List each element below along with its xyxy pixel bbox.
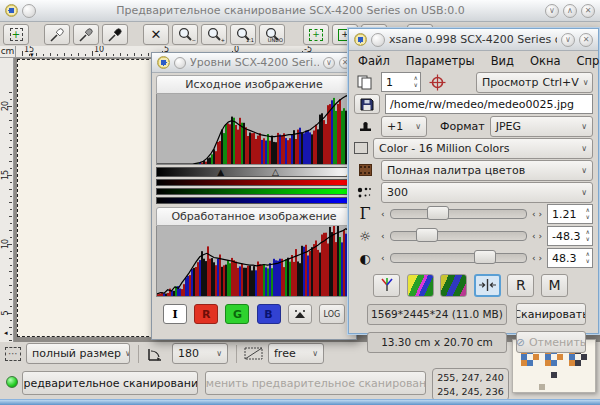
filename-counter-icon	[354, 119, 376, 133]
green-channel-button[interactable]: G	[225, 304, 249, 324]
pixmap-display-button[interactable]	[288, 304, 312, 324]
gray-gradient-slider[interactable]: ▲ △ △	[156, 167, 352, 177]
menu-view[interactable]: Вид	[491, 54, 514, 68]
format-select[interactable]: JPEG∨	[490, 116, 593, 137]
preview-titlebar[interactable]: Предварительное сканирование SCX-4200 Se…	[0, 0, 600, 22]
app-icon	[157, 56, 170, 69]
counter-step-select[interactable]: +1∨	[381, 116, 427, 137]
autoselect-area-icon: +	[309, 29, 323, 41]
slider-thumb[interactable]	[427, 206, 449, 220]
vertical-ruler: 2015105◂	[0, 58, 14, 342]
xsane-titlebar[interactable]: xsane 0.998 SCX-4200 Series o... ∨ ✕	[349, 29, 598, 51]
black-point-marker[interactable]: ▲	[217, 167, 224, 177]
slider-left-arrow-icon[interactable]: ‹	[381, 232, 385, 241]
slider-arrows-icon[interactable]: ‹ ›	[532, 232, 542, 241]
zoom-out-button[interactable]: −	[172, 24, 198, 45]
log-scale-button[interactable]: LOG	[319, 304, 345, 324]
spinner-arrows-icon[interactable]: ∧∨	[412, 75, 420, 88]
zoom-in-button[interactable]: +	[201, 24, 227, 45]
contrast-spinner[interactable]: 48.3 ∧∨	[547, 248, 593, 268]
format-label: Формат	[440, 120, 485, 133]
auto-enhancement-button[interactable]	[407, 274, 434, 297]
slider-left-arrow-icon[interactable]: ‹	[381, 210, 385, 219]
intensity-channel-button[interactable]: I	[163, 304, 187, 324]
menu-preferences[interactable]: Параметры	[406, 54, 475, 68]
pick-black-point-button[interactable]	[102, 24, 128, 45]
filename-input[interactable]: /home/rw/medeo/medeo0025.jpg	[385, 94, 593, 114]
autoselect-area-button[interactable]: +	[303, 24, 329, 45]
colormode-value: Color - 16 Million Colors	[379, 142, 510, 155]
zoom-normal-button[interactable]: 1:1	[230, 24, 256, 45]
acquire-preview-button[interactable]: Предварительное сканирование	[22, 371, 198, 395]
copies-spinner[interactable]: 1 ∧∨	[381, 72, 421, 92]
slider-arrows-icon[interactable]: ‹ ›	[532, 210, 542, 219]
browse-filename-button[interactable]	[354, 94, 380, 114]
zoom-undo-button[interactable]: UNDO	[259, 24, 285, 45]
levels-titlebar[interactable]: Уровни SCX-4200 Seri... ∨ ✕	[152, 53, 356, 73]
brightness-spinner[interactable]: -48.3 ∧∨	[547, 226, 593, 246]
gamma-spinner[interactable]: 1.21 ∧∨	[547, 204, 593, 224]
restore-enhancement-button[interactable]	[440, 274, 467, 297]
pick-gray-point-button[interactable]	[73, 24, 99, 45]
medium-select[interactable]: Полная палитра цветов∨	[381, 160, 593, 181]
minimize-button[interactable]	[22, 4, 36, 18]
preset-area-select[interactable]: полный размер∨	[26, 343, 130, 364]
minimize-button[interactable]	[371, 33, 385, 47]
close-button[interactable]: ✕	[579, 33, 593, 47]
desktop: Предварительное сканирование SCX-4200 Se…	[0, 0, 600, 405]
app-icon	[5, 4, 18, 17]
target-viewer-select[interactable]: Просмотр Ctrl+V ∨	[476, 72, 593, 93]
minimize-button[interactable]	[174, 57, 186, 69]
red-channel-button[interactable]: R	[194, 304, 218, 324]
maximize-button[interactable]: ∧	[563, 4, 577, 18]
colormode-icon	[354, 142, 368, 154]
slider-thumb[interactable]	[474, 250, 496, 264]
pick-white-point-button[interactable]	[44, 24, 70, 45]
source-image-header: Исходное изображение	[156, 75, 352, 94]
gamma-point-marker[interactable]: △	[272, 167, 279, 177]
store-arrows-icon	[479, 279, 496, 291]
store-enhancement-button[interactable]	[474, 274, 501, 297]
medium-store-button[interactable]: M	[541, 274, 568, 297]
rgb-default-button[interactable]	[373, 274, 400, 297]
spinner-arrows-icon[interactable]: ∧∨	[584, 229, 592, 242]
chevron-down-icon: ∨	[581, 122, 587, 131]
chevron-down-icon: ∨	[312, 349, 318, 358]
ruler-unit: cm	[0, 46, 16, 58]
format-value: JPEG	[496, 120, 521, 133]
medium-icon	[354, 164, 376, 176]
slider-left-arrow-icon[interactable]: ‹	[381, 254, 385, 263]
shade-button[interactable]: ∨	[545, 4, 559, 18]
chevron-down-icon: ∨	[581, 188, 587, 197]
spinner-arrows-icon[interactable]: ∧∨	[584, 251, 592, 264]
floppy-icon	[360, 98, 374, 111]
shade-button[interactable]: ∨	[561, 33, 575, 47]
colormode-select[interactable]: Color - 16 Million Colors∨	[373, 138, 593, 159]
select-full-area-button[interactable]: +	[3, 24, 29, 45]
menu-file[interactable]: Файл	[358, 54, 390, 68]
black-pipette-icon	[107, 27, 123, 43]
unzoom-button[interactable]: ✕	[143, 24, 169, 45]
menu-help[interactable]: Справка	[577, 54, 600, 68]
cancel-label: Отменить	[529, 336, 586, 349]
copies-value: 1	[386, 76, 393, 89]
scan-button[interactable]: Сканировать	[516, 303, 586, 325]
spinner-arrows-icon[interactable]: ∧∨	[584, 207, 592, 220]
aspect-ratio-select[interactable]: free∨	[268, 343, 324, 364]
slider-arrows-icon[interactable]: ‹ ›	[532, 254, 542, 263]
aspect-ratio-value: free	[274, 347, 296, 360]
rgb-restore-button[interactable]: R	[507, 274, 534, 297]
close-button[interactable]: ✕	[581, 4, 595, 18]
contrast-icon: ◐	[354, 252, 376, 265]
menu-windows[interactable]: Окна	[530, 54, 561, 68]
brightness-slider[interactable]	[390, 231, 527, 241]
xsane-window: xsane 0.998 SCX-4200 Series o... ∨ ✕ Фай…	[348, 28, 599, 334]
gamma-slider[interactable]	[390, 209, 527, 219]
resolution-select[interactable]: 300∨	[381, 182, 593, 203]
slider-thumb[interactable]	[416, 228, 438, 242]
shade-button[interactable]: ∨	[323, 57, 335, 69]
contrast-slider[interactable]	[390, 253, 527, 263]
blue-channel-button[interactable]: B	[257, 304, 281, 324]
status-led	[6, 376, 18, 388]
rotation-select[interactable]: 180∨	[172, 343, 228, 364]
